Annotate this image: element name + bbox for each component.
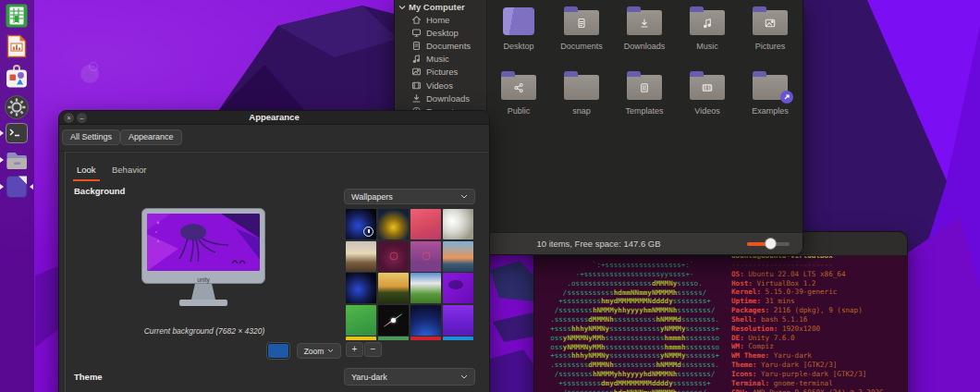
background-preview-screen [147,214,260,271]
monitor-base [179,300,227,306]
background-mode-dropdown[interactable]: Zoom [297,343,341,359]
folder-label: Desktop [487,42,550,51]
monitor-brand-label: unity [142,276,264,283]
background-heading: Background [74,186,125,196]
folder-label: Public [487,106,550,116]
folder-icon [501,75,536,100]
wallpaper-thumb-sunflower[interactable] [378,209,409,239]
folder-examples[interactable]: Examples [739,72,802,137]
folder-pictures[interactable]: Pictures [739,7,802,72]
dock-item-libreoffice-impress[interactable] [4,33,30,59]
wallpaper-thumb-dark-minimal[interactable] [378,305,409,336]
folder-snap[interactable]: snap [550,72,613,137]
wallpaper-thumb-lake-sunset[interactable] [443,241,473,272]
wallpaper-thumb-red-pink-gradient[interactable] [410,209,441,239]
settings-nav-toolbar: All Settings Appearance [59,125,489,152]
home-icon [411,15,422,25]
remove-wallpaper-button[interactable]: − [364,342,382,357]
text-editor-icon [4,174,30,200]
wallpaper-thumb-sunset-field[interactable] [378,273,409,303]
logo-emblem [389,252,398,261]
wallpaper-thumb-blue[interactable] [443,337,473,340]
folder-icon [690,75,725,100]
wallpaper-thumb-green-valley[interactable] [410,273,441,303]
sidebar-item-downloads[interactable]: Downloads [395,92,486,104]
wallpaper-thumb-yellow[interactable] [346,337,376,340]
dock-item-ubuntu-software[interactable] [4,64,30,90]
folder-label: Videos [676,106,739,116]
background-color-swatch[interactable] [267,343,289,359]
folder-icon [564,75,599,100]
folder-documents[interactable]: Documents [550,7,613,72]
jellyfish-shape [448,280,463,289]
wallpaper-thumb-blue-flower-dark[interactable] [346,209,376,239]
appearance-titlebar[interactable]: × – Appearance [59,111,489,125]
desktop-icon [411,28,422,38]
sidebar-item-my-computer[interactable]: My Computer [395,1,486,13]
neofetch-info-row: Resolution: 1920x1200 [731,325,884,334]
wallpapers-source-dropdown[interactable]: Wallpapers [344,189,475,204]
wallpaper-thumb-maroon-emblem[interactable] [378,241,409,272]
download-icon [411,93,422,104]
chevron-down-icon [327,349,334,353]
files-icon [4,147,30,173]
ubuntu-software-icon [4,64,30,90]
slider-knob[interactable] [765,238,777,250]
dock-item-terminal[interactable] [4,120,30,146]
neofetch-info-row: Shell: bash 5.1.16 [731,315,884,325]
running-indicator [0,130,6,136]
folder-label: Documents [550,42,613,51]
folder-templates[interactable]: Templates [613,72,676,137]
wallpaper-thumb-purple-jellyfish[interactable] [443,273,473,303]
dock-item-settings[interactable] [4,94,30,120]
sidebar-item-home[interactable]: Home [395,13,486,26]
tab-behavior[interactable]: Behavior [112,165,147,175]
neofetch-info-row: Terminal: gnome-terminal [731,379,884,388]
terminal-icon [4,120,30,146]
sidebar-item-videos[interactable]: Videos [395,79,486,92]
folder-desktop[interactable]: Desktop [487,7,550,72]
dock-item-text-editor[interactable] [4,174,30,200]
folder-label: Downloads [613,42,676,51]
theme-dropdown[interactable]: Yaru-dark [344,368,475,386]
monitor-stand [191,284,215,300]
sidebar-item-music[interactable]: Music [395,53,486,66]
chevron-down-icon [460,194,468,199]
current-background-caption: Current background (7682 × 4320) [66,326,343,336]
folder-videos[interactable]: Videos [676,72,739,137]
wallpaper-thumb-red[interactable] [410,337,441,340]
wallpaper-thumb-magenta-emblem[interactable] [410,241,441,272]
neofetch-info-row: DE: Unity 7.6.0 [731,334,884,343]
neofetch-info-row: CPU: AMD Ryzen 9 5950X (24) @ 3.393G [731,388,884,392]
wallpaper-thumb-desert-road[interactable] [346,241,376,272]
background-preview-monitor: unity [141,208,265,284]
wallpaper-thumb-blue-flower-dark-2[interactable] [346,273,376,303]
wallpaper-thumb-white-blossoms[interactable] [443,209,473,239]
sidebar-item-desktop[interactable]: Desktop [395,26,486,39]
tab-look[interactable]: Look [77,165,96,175]
folder-public[interactable]: Public [487,72,550,137]
folder-downloads[interactable]: Downloads [613,7,676,72]
folder-label: snap [550,106,613,116]
desktop-folder-icon [503,7,534,35]
all-settings-button[interactable]: All Settings [62,129,120,145]
icon-zoom-slider[interactable] [747,242,790,246]
sidebar-item-documents[interactable]: Documents [395,39,486,52]
folder-label: Templates [613,106,676,116]
wallpaper-thumb-green-geometric[interactable] [346,305,376,336]
neofetch-info-row: Icons: Yaru-purple-dark [GTK2/3] [731,370,884,379]
add-wallpaper-button[interactable]: + [346,342,363,357]
folder-icon [627,10,662,35]
wallpaper-thumb-blue-arcs[interactable] [410,305,441,336]
sidebar-item-pictures[interactable]: Pictures [395,66,486,79]
terminal-content[interactable]: `:+ssssssssssssssssss+:` -+sssssssssssss… [534,256,907,392]
dock-item-libreoffice-calc[interactable] [4,3,30,29]
folder-icon [753,10,788,35]
wallpaper-thumb-green[interactable] [378,337,409,340]
wallpaper-grid [346,209,474,340]
wallpaper-thumb-purple-waves[interactable] [443,305,473,336]
appearance-nav-button[interactable]: Appearance [120,129,182,145]
folder-music[interactable]: Music [676,7,739,72]
neofetch-info-row: Packages: 2116 (dpkg), 9 (snap) [731,306,884,315]
dock-item-files[interactable] [4,147,30,173]
